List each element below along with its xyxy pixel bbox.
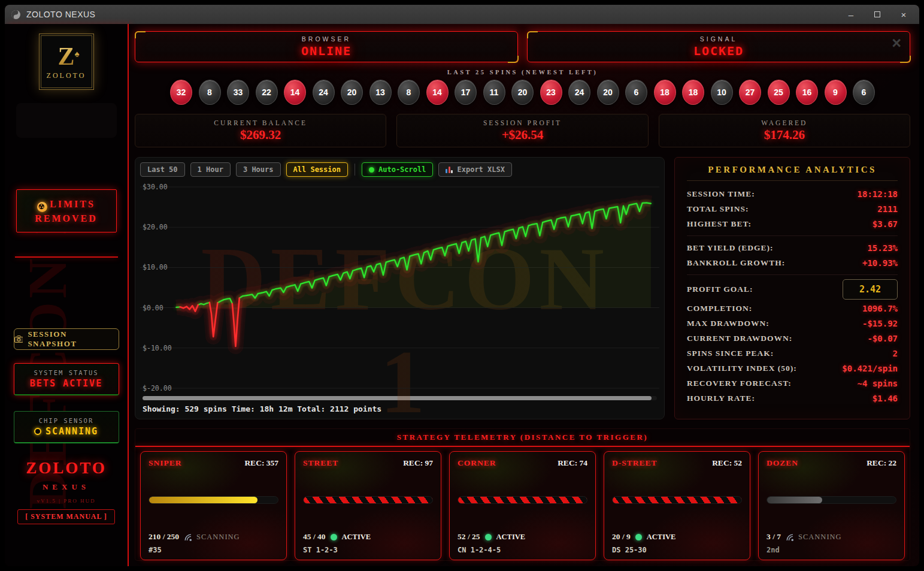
auto-scroll-dot-icon — [369, 167, 374, 173]
spin-number-20: 20 — [511, 80, 534, 105]
brand-version: vV1.5 | PRO HUD — [17, 498, 115, 504]
sensor-ring-icon — [34, 428, 41, 435]
stat-box-current-balance: CURRENT BALANCE$269.32 — [135, 114, 386, 147]
window-title: ZOLOTO NEXUS — [26, 10, 95, 19]
spin-number-14: 14 — [426, 80, 449, 105]
spin-number-32: 32 — [170, 80, 192, 105]
analytics-label: SPINS SINCE PEAK: — [687, 349, 774, 358]
strategy-cards-row: SNIPERREC: 357210 / 250SCANNING#35STREET… — [135, 451, 910, 560]
spin-number-9: 9 — [825, 80, 847, 105]
spin-number-8: 8 — [199, 80, 221, 105]
card-header: DOZENREC: 22 — [767, 458, 896, 468]
export-xlsx-button[interactable]: Export XLSX — [438, 162, 511, 177]
range-button-1-hour[interactable]: 1 Hour — [190, 162, 231, 177]
analytics-value: -$0.07 — [867, 334, 898, 343]
panel-close-icon[interactable]: × — [892, 35, 901, 51]
analytics-row: MAX DRAWDOWN:-$15.92 — [687, 316, 898, 331]
strategy-rec-count: REC: 97 — [403, 458, 433, 468]
range-button-3-hours[interactable]: 3 Hours — [236, 162, 281, 177]
brand-block: ZOLOTO NEXUS vV1.5 | PRO HUD [ SYSTEM MA… — [17, 459, 115, 524]
analytics-value: ~4 spins — [858, 379, 898, 388]
range-button-all-session[interactable]: All Session — [286, 162, 348, 177]
profit-chart: DEFCON 1 $30.00$20.00$10.00$0.00$-10.00$… — [140, 180, 659, 394]
chart-scrollbar[interactable] — [143, 396, 657, 400]
zoloto-logo: Z♠ ZOLOTO — [39, 34, 94, 90]
strategy-rec-count: REC: 357 — [244, 458, 278, 468]
maximize-icon — [874, 11, 880, 17]
system-manual-button[interactable]: [ SYSTEM MANUAL ] — [17, 509, 115, 524]
chip-sensor-value: SCANNING — [46, 426, 98, 437]
trigger-ratio: 20 / 9 — [612, 532, 631, 542]
svg-text:$-10.00: $-10.00 — [143, 344, 172, 352]
analytics-row: BET YIELD (EDGE):15.23% — [687, 240, 898, 255]
card-stats: 52 / 25ACTIVE — [458, 532, 525, 542]
strategy-name: STREET — [303, 458, 338, 468]
trigger-progress-track — [458, 496, 587, 504]
stat-label: CURRENT BALANCE — [214, 119, 307, 126]
strategy-rec-count: REC: 52 — [712, 458, 742, 468]
main-content: BROWSER ONLINE SIGNAL LOCKED × LAST 25 S… — [129, 24, 919, 566]
strategy-name: CORNER — [458, 458, 496, 468]
chip-sensor-box: CHIP SENSOR SCANNING — [14, 411, 119, 443]
strategy-card-sniper: SNIPERREC: 357210 / 250SCANNING#35 — [140, 451, 287, 560]
performance-analytics-panel: PERFORMANCE ANALYTICS SESSION TIME:18:12… — [674, 157, 910, 419]
strategy-rec-count: REC: 22 — [867, 458, 896, 468]
analytics-divider — [687, 274, 898, 275]
strategy-card-street: STREETREC: 9745 / 40ACTIVEST 1-2-3 — [295, 451, 441, 560]
chart-scrollbar-thumb[interactable] — [143, 396, 652, 400]
trigger-progress-track — [767, 496, 896, 504]
close-button[interactable]: × — [890, 5, 917, 24]
strategy-status: SCANNING — [798, 533, 842, 542]
browser-status-label: BROWSER — [302, 35, 351, 43]
analytics-row: SESSION TIME:18:12:18 — [687, 186, 898, 201]
svg-text:$30.00: $30.00 — [143, 183, 168, 191]
analytics-row: COMPLETION:1096.7% — [687, 301, 898, 316]
scanning-icon — [184, 533, 192, 541]
card-header: CORNERREC: 74 — [458, 458, 587, 468]
profit-goal-row: PROFIT GOAL:2.42 — [687, 279, 898, 300]
chart-controls: Last 501 Hour3 HoursAll Session Auto-Scr… — [140, 162, 659, 177]
brand-subtitle: NEXUS — [17, 482, 115, 492]
sidebar-divider — [15, 256, 118, 258]
auto-scroll-toggle[interactable]: Auto-Scroll — [362, 162, 433, 177]
brand-title: ZOLOTO — [17, 459, 115, 478]
logo-brand-text: ZOLOTO — [47, 71, 86, 80]
active-dot-icon — [331, 534, 337, 540]
analytics-value: $1.46 — [873, 394, 898, 403]
session-snapshot-button[interactable]: SESSION SNAPSHOT — [14, 328, 119, 350]
analytics-label: BET YIELD (EDGE): — [687, 243, 774, 253]
spin-number-8: 8 — [398, 80, 420, 105]
spin-number-22: 22 — [256, 80, 278, 105]
range-button-last-50[interactable]: Last 50 — [140, 162, 185, 177]
sidebar: DEFCON 1 Z♠ ZOLOTO ☢LIMITS REMOVED SESSI… — [5, 24, 129, 566]
chart-status-text: Showing: 529 spins Time: 18h 12m Total: … — [140, 400, 659, 416]
analytics-label: TOTAL SPINS: — [687, 204, 749, 214]
trigger-ratio: 45 / 40 — [303, 532, 326, 542]
session-snapshot-label: SESSION SNAPSHOT — [28, 330, 118, 349]
trigger-progress-fill — [613, 497, 741, 503]
profit-line-chart: $30.00$20.00$10.00$0.00$-10.00$-20.00 — [140, 180, 659, 394]
strategy-name: D-STREET — [612, 458, 658, 468]
minimize-button[interactable]: – — [838, 5, 864, 24]
browser-status-banner: BROWSER ONLINE — [135, 31, 518, 62]
analytics-value: -$15.92 — [862, 319, 898, 328]
range-buttons: Last 501 Hour3 HoursAll Session — [140, 162, 348, 177]
maximize-button[interactable] — [864, 5, 890, 24]
analytics-label: MAX DRAWDOWN: — [687, 319, 770, 328]
analytics-row: RECOVERY FORECAST:~4 spins — [687, 376, 898, 391]
analytics-value: $0.421/spin — [842, 364, 898, 373]
svg-text:$10.00: $10.00 — [143, 263, 168, 271]
strategy-rec-count: REC: 74 — [558, 458, 587, 468]
active-dot-icon — [485, 534, 492, 540]
analytics-value: 18:12:18 — [858, 189, 898, 199]
profit-goal-label: PROFIT GOAL: — [687, 285, 753, 294]
analytics-value: 1096.7% — [862, 304, 898, 313]
profit-goal-input[interactable]: 2.42 — [843, 279, 898, 300]
signal-status-label: SIGNAL — [700, 35, 738, 43]
analytics-label: SESSION TIME: — [687, 189, 755, 199]
strategy-detail: DS 25-30 — [612, 546, 647, 554]
strategy-status: SCANNING — [196, 533, 240, 542]
system-status-box: SYSTEM STATUS BETS ACTIVE — [14, 363, 119, 395]
stat-box-session-profit: SESSION PROFIT+$26.54 — [396, 114, 648, 147]
spin-number-25: 25 — [768, 80, 790, 105]
